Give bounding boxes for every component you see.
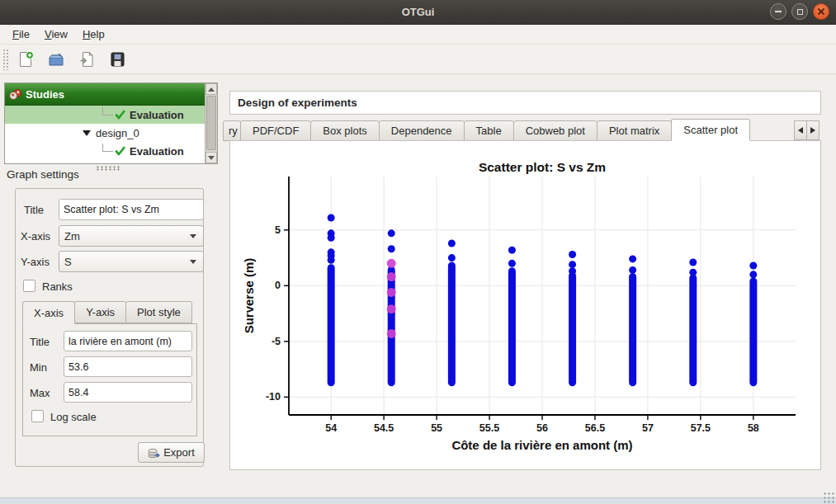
tab-scatter-plot[interactable]: Scatter plot xyxy=(671,119,750,141)
ranks-checkbox[interactable] xyxy=(23,280,35,292)
axis-title-input[interactable] xyxy=(64,331,192,351)
svg-text:-5: -5 xyxy=(272,336,281,347)
tree-branch-line xyxy=(102,107,113,115)
import-script-button[interactable] xyxy=(74,47,99,72)
scatter-plot-canvas[interactable]: 5454.55555.55656.55757.55850-5-10Scatter… xyxy=(230,141,822,471)
check-icon xyxy=(114,109,126,120)
save-study-button[interactable] xyxy=(105,47,130,72)
studies-tree: Studies Evaluation design_0 Evaluation xyxy=(4,82,218,164)
doc-header-title: Design of experiments xyxy=(238,97,357,109)
scroll-down-button[interactable] xyxy=(205,152,217,163)
close-button[interactable] xyxy=(813,3,829,20)
min-label: Min xyxy=(30,361,47,374)
yaxis-label: Y-axis xyxy=(21,256,50,268)
svg-text:54.5: 54.5 xyxy=(374,422,394,434)
chevron-down-icon xyxy=(190,260,196,264)
x-axis-title: Côte de la rivière en amont (m) xyxy=(451,438,632,452)
tab-plot-matrix[interactable]: Plot matrix xyxy=(597,120,672,141)
studies-tree-header[interactable]: Studies xyxy=(5,83,205,106)
minimize-icon xyxy=(775,11,782,12)
export-button[interactable]: Export xyxy=(138,442,205,463)
close-icon xyxy=(817,7,825,16)
tab-y-axis[interactable]: Y-axis xyxy=(74,301,126,323)
x-axis-settings-pane: Title Min Max Log scale xyxy=(22,323,197,436)
tab-clipped[interactable]: ry xyxy=(223,120,241,141)
tree-branch-line xyxy=(102,144,113,152)
tree-row-evaluation[interactable]: Evaluation xyxy=(5,142,205,160)
svg-text:-10: -10 xyxy=(266,391,281,403)
tab-table[interactable]: Table xyxy=(464,120,514,141)
arrow-up-icon xyxy=(208,87,215,92)
axes xyxy=(284,177,796,420)
menu-file[interactable]: File xyxy=(5,26,37,43)
save-study-icon xyxy=(108,50,126,68)
plot-title: Scatter plot: S vs Zm xyxy=(479,160,606,174)
window-title: OTGui xyxy=(402,6,435,18)
tree-row-label: Evaluation xyxy=(130,145,184,158)
tab-dependence[interactable]: Dependence xyxy=(379,120,465,141)
studies-header-label: Studies xyxy=(26,88,64,101)
arrow-right-icon xyxy=(810,127,815,134)
tree-row-label: Evaluation xyxy=(130,109,184,121)
studies-icon xyxy=(9,88,22,101)
minimize-button[interactable] xyxy=(770,3,786,20)
open-study-button[interactable] xyxy=(44,47,68,72)
scrollbar-thumb[interactable] xyxy=(206,96,216,150)
export-button-label: Export xyxy=(163,446,195,459)
yaxis-select[interactable]: S xyxy=(59,251,204,272)
gridlines xyxy=(289,177,796,415)
tab-cobweb-plot[interactable]: Cobweb plot xyxy=(513,120,597,141)
tab-scroll-left-button[interactable] xyxy=(794,120,807,140)
xaxis-selected-value: Zm xyxy=(64,230,190,243)
svg-text:54: 54 xyxy=(325,422,337,434)
svg-text:56.5: 56.5 xyxy=(585,422,605,434)
xaxis-label: X-axis xyxy=(21,230,50,243)
splitter-handle[interactable] xyxy=(96,166,120,171)
result-tabs: ry PDF/CDF Box plots Dependence Table Co… xyxy=(223,119,821,141)
log-scale-label: Log scale xyxy=(50,411,97,423)
axis-title-label: Title xyxy=(30,336,50,348)
arrow-left-icon xyxy=(798,127,803,134)
triangle-down-icon[interactable] xyxy=(83,130,91,136)
tab-scroll-right-button[interactable] xyxy=(806,120,819,140)
xaxis-select[interactable]: Zm xyxy=(59,225,204,247)
yaxis-selected-value: S xyxy=(64,256,190,268)
tree-row-design0[interactable]: design_0 xyxy=(5,124,205,142)
log-scale-checkbox[interactable] xyxy=(31,410,44,422)
window-controls xyxy=(770,3,829,20)
tab-scroll-buttons xyxy=(795,120,819,140)
menu-bar: File View Help xyxy=(0,25,836,45)
resize-grip[interactable] xyxy=(823,492,834,503)
plot-title-input[interactable] xyxy=(59,199,204,220)
doc-header: Design of experiments xyxy=(229,91,821,115)
svg-text:56: 56 xyxy=(536,422,548,434)
svg-text:58: 58 xyxy=(748,422,759,434)
graph-settings-title: Graph settings xyxy=(7,168,79,181)
export-icon xyxy=(148,446,161,459)
title-bar[interactable]: OTGui xyxy=(0,0,836,25)
graph-settings-panel: Title X-axis Zm Y-axis S Ranks X-axis Y-… xyxy=(15,188,204,467)
svg-text:57: 57 xyxy=(642,422,654,434)
menu-help[interactable]: Help xyxy=(75,26,112,43)
tab-x-axis[interactable]: X-axis xyxy=(22,301,75,324)
new-study-button[interactable] xyxy=(13,47,38,72)
tab-box-plots[interactable]: Box plots xyxy=(310,120,379,141)
svg-text:55.5: 55.5 xyxy=(479,422,499,434)
axis-settings-tabs: X-axis Y-axis Plot style xyxy=(22,301,191,324)
tab-plot-style[interactable]: Plot style xyxy=(125,301,192,323)
y-axis-title: Surverse (m) xyxy=(242,258,256,334)
toolbar-drag-handle[interactable] xyxy=(2,49,8,70)
maximize-button[interactable] xyxy=(791,3,808,20)
svg-text:55: 55 xyxy=(431,422,442,434)
min-input[interactable] xyxy=(64,356,192,377)
open-study-icon xyxy=(47,50,65,68)
chevron-down-icon xyxy=(190,234,196,238)
menu-view[interactable]: View xyxy=(37,26,75,43)
tree-scrollbar[interactable] xyxy=(205,83,217,163)
scroll-up-button[interactable] xyxy=(205,83,217,95)
otgui-window: OTGui File View Help xyxy=(0,0,836,504)
max-input[interactable] xyxy=(64,382,192,403)
tree-row-evaluation-selected[interactable]: Evaluation xyxy=(5,106,205,124)
tab-pdf-cdf[interactable]: PDF/CDF xyxy=(240,120,311,141)
tree-row-label: design_0 xyxy=(96,127,139,139)
